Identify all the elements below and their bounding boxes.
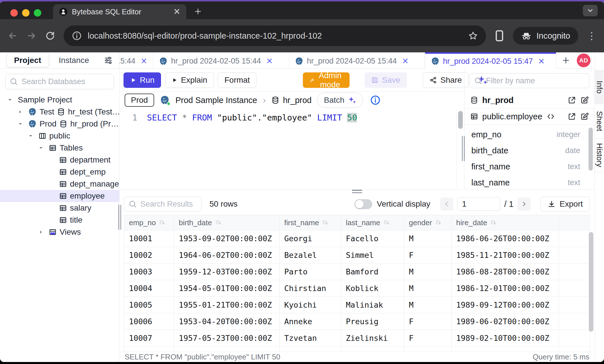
rail-tab-history[interactable]: History [595, 138, 604, 172]
close-tab-icon[interactable]: ✕ [538, 57, 545, 66]
url-bar[interactable]: localhost:8080/sql-editor/prod-sample-in… [64, 25, 486, 46]
reload-icon[interactable] [45, 31, 55, 41]
schema-column-row[interactable]: first_name text [464, 159, 595, 175]
table-cell[interactable]: F [404, 313, 452, 330]
table-cell[interactable]: 1986-06-26T00:00:00Z [452, 230, 559, 247]
column-header[interactable]: hire_date [452, 215, 559, 230]
table-cell[interactable]: 1959-12-03T00:00:00Z [174, 264, 280, 280]
browser-tab[interactable]: Bytebase SQL Editor ✕ [53, 4, 186, 19]
table-cell[interactable]: Bezalel [280, 247, 341, 264]
tree-item[interactable]: Views [0, 226, 119, 238]
table-cell[interactable]: 1957-05-23T00:00:00Z [174, 330, 280, 347]
table-cell[interactable]: 10007 [124, 330, 174, 347]
table-cell[interactable]: Kyoichi [280, 297, 341, 313]
results-search-input[interactable] [140, 200, 197, 209]
new-worksheet-button[interactable] [556, 52, 576, 68]
sort-icon[interactable] [215, 219, 222, 226]
table-cell[interactable]: M [404, 280, 452, 297]
vertical-display-toggle[interactable] [354, 199, 372, 209]
table-cell[interactable]: 1953-09-02T00:00:00Z [174, 230, 280, 247]
worksheet-tab[interactable]: 5 15:44 ✕ [119, 52, 153, 68]
column-header[interactable]: birth_date [174, 215, 280, 230]
tree-item[interactable]: public [0, 130, 119, 142]
table-cell[interactable]: 1985-11-21T00:00:00Z [452, 247, 559, 264]
sort-icon[interactable] [383, 219, 390, 226]
minimize-window-button[interactable] [22, 9, 30, 17]
table-cell[interactable]: 1954-05-01T00:00:00Z [174, 280, 280, 297]
table-cell[interactable]: Anneke [280, 313, 341, 330]
worksheet-tab[interactable]: hr_prod 2024-02-05 15:44 ✕ [289, 52, 425, 68]
edit-icon[interactable] [580, 112, 589, 121]
results-search[interactable] [124, 197, 201, 211]
column-header[interactable]: emp_no [124, 215, 174, 230]
tree-item[interactable]: salary [0, 202, 119, 214]
table-cell[interactable]: 10002 [124, 247, 174, 264]
share-button[interactable]: Share [423, 72, 468, 88]
worksheet-tab[interactable]: hr_prod 2024-02-05 15:47 ✕ [425, 52, 556, 69]
database-crumb[interactable]: hr_prod [271, 96, 311, 105]
table-cell[interactable]: M [404, 297, 452, 313]
tree-expand-icon[interactable] [36, 229, 46, 235]
database-search[interactable] [5, 74, 114, 89]
table-cell[interactable]: 10005 [124, 297, 174, 313]
tree-item[interactable]: title [0, 214, 119, 226]
table-cell[interactable]: Koblick [341, 280, 404, 297]
site-info-icon[interactable] [72, 31, 82, 41]
tree-item[interactable]: dept_manager [0, 178, 119, 190]
table-cell[interactable]: Facello [341, 230, 404, 247]
table-cell[interactable]: Bamford [341, 264, 404, 280]
tree-item[interactable]: Prodhr_prod (Pr… [0, 118, 119, 130]
new-browser-tab-button[interactable] [194, 7, 202, 16]
table-cell[interactable]: F [404, 330, 452, 347]
close-tab-icon[interactable]: ✕ [402, 56, 409, 66]
tree-expand-icon[interactable] [15, 121, 25, 127]
schema-scrollbar-thumb[interactable] [589, 128, 593, 171]
close-tab-icon[interactable]: ✕ [141, 56, 147, 66]
table-cell[interactable]: 1986-08-28T00:00:00Z [452, 264, 559, 280]
format-button[interactable]: Format [218, 72, 256, 88]
run-button[interactable]: Run [123, 72, 161, 88]
table-cell[interactable]: 1955-01-21T00:00:00Z [174, 297, 280, 313]
filter-settings-icon[interactable] [104, 56, 113, 65]
tree-expand-icon[interactable] [15, 109, 25, 115]
table-cell[interactable]: Parto [280, 264, 341, 280]
table-cell[interactable]: 1989-06-02T00:00:00Z [452, 313, 559, 330]
sort-icon[interactable] [322, 219, 329, 226]
column-header[interactable]: first_name [280, 215, 341, 230]
bookmark-star-icon[interactable] [468, 31, 478, 41]
browser-tab-close-icon[interactable]: ✕ [173, 7, 181, 16]
tree-expand-icon[interactable] [5, 97, 15, 103]
environment-chip[interactable]: Prod [125, 94, 154, 107]
instance-name[interactable]: Prod Sample Instance [175, 96, 257, 105]
sql-code-editor[interactable]: 1 SELECT * FROM "public"."employee" LIMI… [119, 109, 464, 189]
rail-tab-info[interactable]: Info [595, 70, 604, 104]
schema-column-row[interactable]: last_name text [464, 175, 595, 189]
tab-search-chevron-button[interactable] [583, 5, 598, 16]
schema-column-row[interactable]: birth_date date [464, 143, 595, 159]
tree-item[interactable]: Testhr_test (Test… [0, 106, 119, 118]
table-cell[interactable]: 10001 [124, 230, 174, 247]
url-text[interactable]: localhost:8080/sql-editor/prod-sample-in… [88, 31, 462, 41]
table-cell[interactable]: Preusig [341, 313, 404, 330]
column-header[interactable]: gender [404, 215, 452, 230]
connection-info-icon[interactable] [370, 95, 381, 106]
tree-item[interactable]: department [0, 154, 119, 166]
close-window-button[interactable] [10, 9, 18, 17]
column-header[interactable]: last_name [341, 215, 404, 230]
forward-icon[interactable] [26, 31, 37, 41]
editor-scrollbar-thumb[interactable] [458, 111, 463, 129]
table-cell[interactable]: F [404, 247, 452, 264]
sort-icon[interactable] [435, 219, 442, 226]
schema-column-row[interactable]: emp_no integer [464, 126, 595, 143]
back-icon[interactable] [7, 31, 18, 41]
table-cell[interactable]: 10003 [124, 264, 174, 280]
explain-button[interactable]: Explain [165, 72, 214, 88]
tree-item[interactable]: Tables [0, 142, 119, 154]
code-tag-icon[interactable] [546, 112, 555, 121]
table-cell[interactable]: M [404, 264, 452, 280]
tab-instance[interactable]: Instance [51, 54, 97, 67]
splitter-handle-icon[interactable] [352, 190, 362, 193]
side-panel-icon[interactable] [495, 29, 504, 42]
tree-item[interactable]: employee [0, 190, 119, 202]
zoom-window-button[interactable] [34, 9, 41, 17]
